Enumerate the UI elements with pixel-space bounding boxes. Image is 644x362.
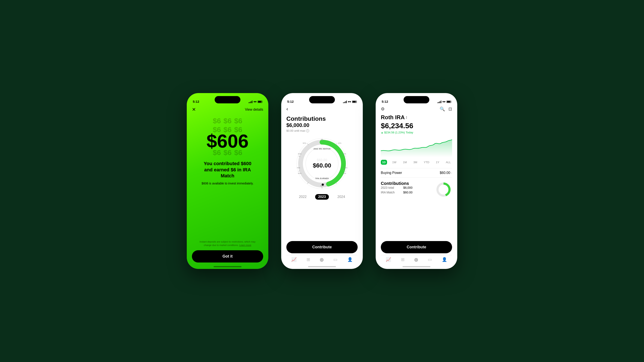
portfolio-chart [381, 136, 452, 157]
phone-3: 5:12 ▾▾ ⚙ 🔍 ⊡ [376, 93, 457, 269]
mini-donut-chart [435, 181, 452, 198]
bottom-nav-3: 📈 ⊞ ◎ ▭ 👤 [381, 255, 452, 264]
account-name: Roth IRA [381, 114, 405, 121]
view-details-link[interactable]: View details [245, 108, 263, 111]
dynamic-island-2 [309, 96, 335, 103]
buying-power-amount: $60.00 [440, 171, 450, 175]
buying-power-right: $60.00 › [440, 171, 452, 175]
tab-1m[interactable]: 1M [402, 160, 408, 165]
status-time-1: 5:12 [193, 100, 199, 103]
status-time-2: 5:12 [287, 100, 294, 103]
description-text: You contributed $600and earned $6 in IRA… [192, 161, 263, 179]
subtitle-text: $606 is available to invest immediately. [192, 182, 263, 185]
bottom-nav-2: 📈 ⊞ ◎ ▭ 👤 [286, 255, 358, 264]
phone-2: 5:12 ▾▾ ‹ Contributions $6,000 [281, 93, 363, 269]
battery-icon-2 [352, 101, 357, 103]
pct-0-label: 0% [321, 139, 323, 141]
got-it-button[interactable]: Got it [192, 250, 263, 263]
status-icons-3: ▾▾ [438, 100, 451, 103]
nav-card-icon[interactable]: ▭ [334, 257, 338, 262]
nav-card-icon-3[interactable]: ▭ [428, 257, 432, 262]
tab-ytd[interactable]: YTD [422, 160, 430, 165]
year-2022[interactable]: 2022 [299, 195, 307, 199]
phone1-header: ✕ View details [192, 107, 263, 112]
gear-icon[interactable]: ⚙ [381, 106, 385, 111]
nav-circle-icon[interactable]: ◎ [320, 257, 324, 262]
donut-chart: 0% 10% 20% 30% 40% 50% 60% 70% 80% 90% 2… [294, 136, 350, 192]
pct-30-label: 30% [344, 167, 347, 169]
wifi-icon-3: ▾▾ [442, 100, 446, 103]
contrib-2023-value: $6,000 [403, 186, 412, 189]
tab-all[interactable]: ALL [444, 160, 452, 165]
nav-chart-icon[interactable]: 📈 [291, 257, 297, 262]
main-amount: $606 [206, 132, 248, 151]
phone3-content: ⚙ 🔍 ⊡ Roth IRA ⁝ $6,234.56 ▲ $234.56 (1.… [376, 105, 457, 269]
earned-label: 70% EARNED [315, 177, 329, 179]
contrib-ira-value: $60.00 [403, 191, 412, 194]
chevron-right-icon: › [451, 171, 452, 175]
until-max-label: $0.00 until max i [286, 129, 358, 132]
wifi-icon-1: ▾▾ [254, 100, 256, 103]
nav-person-icon-3[interactable]: 👤 [442, 257, 447, 262]
pct-70-label: 70% [297, 167, 300, 169]
battery-icon-1 [258, 101, 262, 103]
tab-3m[interactable]: 3M [412, 160, 418, 165]
signal-icon-2 [343, 101, 347, 103]
contribute-button-2[interactable]: Contribute [286, 241, 358, 253]
search-icon[interactable]: 🔍 [440, 106, 445, 111]
contributions-section-title: Contributions [381, 181, 412, 186]
contributions-amount: $6,000.00 [286, 122, 358, 128]
gain-display: ▲ $234.56 (1.23%) Today [381, 131, 452, 134]
contributions-left: Contributions 2023 total $6,000 IRA Matc… [381, 181, 412, 195]
contributions-header-row: Contributions 2023 total $6,000 IRA Matc… [381, 181, 452, 198]
gain-arrow-icon: ▲ [381, 131, 384, 134]
status-icons-1: ▾▾ [248, 100, 262, 103]
account-row: Roth IRA ⁝ [381, 114, 452, 121]
year-2024[interactable]: 2024 [338, 195, 345, 199]
nav-person-icon[interactable]: 👤 [347, 257, 353, 262]
nav-grid-icon-3[interactable]: ⊞ [401, 257, 405, 262]
learn-more-link[interactable]: Learn more [239, 244, 251, 246]
tab-1y[interactable]: 1Y [434, 160, 440, 165]
status-icons-2: ▾▾ [343, 100, 357, 103]
home-indicator-2 [308, 266, 336, 267]
contributions-title: Contributions [286, 115, 358, 122]
phone3-header: ⚙ 🔍 ⊡ [381, 105, 452, 114]
signal-icon-3 [438, 101, 441, 103]
close-button[interactable]: ✕ [192, 107, 196, 112]
account-toggle-icon[interactable]: ⁝ [406, 115, 407, 120]
dynamic-island-3 [404, 96, 429, 103]
gain-period: Today [406, 131, 413, 134]
info-icon[interactable]: i [306, 129, 309, 132]
year-2023[interactable]: 2023 [315, 194, 329, 200]
donut-ghost-amount: $60.00 [317, 158, 327, 162]
donut-main-amount: $60.00 [313, 162, 331, 169]
phone1-content: ✕ View details $6 $6 $6 $6 $6 $6 [187, 105, 268, 269]
year-selector: 2022 2023 2024 [286, 194, 358, 200]
dynamic-island-1 [215, 96, 240, 103]
tab-1d[interactable]: 1D [381, 160, 387, 165]
signal-icon-1 [248, 101, 252, 103]
home-indicator-1 [214, 266, 242, 267]
chart-svg [381, 136, 452, 157]
amount-area: $6 $6 $6 $6 $6 $6 $606 $6 $6 [192, 117, 263, 157]
messages-icon[interactable]: ⊡ [448, 106, 452, 111]
contribute-button-3[interactable]: Contribute [381, 241, 452, 253]
nav-grid-icon[interactable]: ⊞ [306, 257, 310, 262]
svg-point-17 [440, 187, 446, 193]
tab-1w[interactable]: 1W [391, 160, 398, 165]
phone2-content: ‹ Contributions $6,000.00 $0.00 until ma… [281, 105, 363, 269]
nav-circle-icon-3[interactable]: ◎ [414, 257, 418, 262]
pct-60-label: 60% [298, 172, 302, 174]
contrib-ira-row: IRA Match $60.00 [381, 191, 412, 194]
back-button[interactable]: ‹ [286, 106, 288, 112]
gain-amount: $234.56 (1.23%) [384, 131, 405, 134]
battery-icon-3 [446, 101, 451, 103]
pct-10-label: 10% [338, 142, 341, 144]
buying-power-label: Buying Power [381, 171, 402, 175]
header-right-icons: 🔍 ⊡ [440, 106, 452, 111]
phone2-header: ‹ [286, 105, 358, 112]
nav-chart-icon-3[interactable]: 📈 [386, 257, 391, 262]
buying-power-row[interactable]: Buying Power $60.00 › [381, 168, 452, 178]
time-period-tabs: 1D 1W 1M 3M YTD 1Y ALL [381, 160, 452, 165]
